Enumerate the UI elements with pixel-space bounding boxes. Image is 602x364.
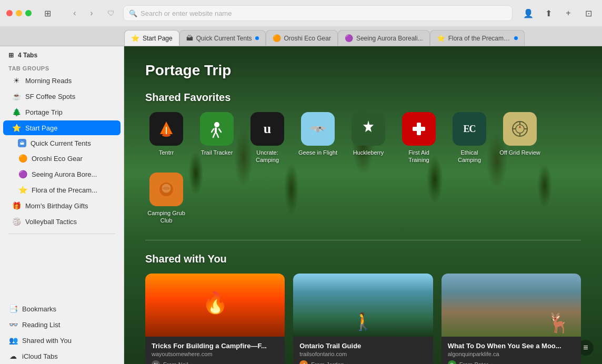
- shared-favorites-title: Shared Favorites: [145, 92, 581, 104]
- tab-start-page[interactable]: ⭐ Start Page: [124, 30, 179, 46]
- svg-point-3: [214, 122, 219, 127]
- svg-rect-28: [162, 193, 170, 195]
- favorite-first-aid[interactable]: First Aid Training: [398, 112, 440, 164]
- sidebar-toggle-button[interactable]: ⊞: [40, 6, 55, 21]
- card-body: Ontario Trail Guide trailsofontario.com …: [293, 337, 433, 364]
- user-icon[interactable]: 👤: [521, 6, 536, 21]
- peter-avatar: P: [448, 360, 456, 364]
- start-page-icon: ⭐: [12, 123, 21, 133]
- birthday-gifts-icon: 🎁: [12, 201, 21, 210]
- traffic-lights: [6, 10, 32, 16]
- flora-icon: ⭐: [18, 185, 27, 195]
- sidebar-item-reading-list[interactable]: 👓 Reading List: [0, 317, 124, 332]
- sidebar-item-morning-reads[interactable]: ☀ Morning Reads: [3, 73, 121, 88]
- favorite-geese[interactable]: Geese in Flight: [297, 112, 339, 164]
- bookmarks-label: Bookmarks: [22, 305, 56, 313]
- tab-label: Flora of the Precambi...: [448, 35, 511, 42]
- forward-button[interactable]: ›: [84, 6, 99, 21]
- geese-label: Geese in Flight: [298, 149, 337, 156]
- sidebar-item-quick-tents[interactable]: 🏔 Quick Current Tents: [3, 136, 121, 150]
- card-title: Tricks For Building a Campfire—F...: [152, 342, 278, 350]
- card-campfire[interactable]: Tricks For Building a Campfire—F... wayo…: [145, 274, 285, 364]
- tab-label: Seeing Aurora Boreali...: [356, 35, 423, 42]
- sidebar-item-flora[interactable]: ⭐ Flora of the Precam...: [3, 183, 121, 197]
- card-from: N From Neil ›: [152, 360, 278, 364]
- morning-reads-icon: ☀: [12, 76, 21, 85]
- tab-label: Quick Current Tents: [196, 35, 252, 42]
- sidebar-item-shared-with-you[interactable]: 👥 Shared with You: [0, 332, 124, 348]
- aurora-tab-icon: 🟣: [345, 34, 353, 42]
- sidebar-item-aurora[interactable]: 🟣 Seeing Aurora Bore...: [3, 167, 121, 181]
- tab-flora[interactable]: ⭐ Flora of the Precambi...: [430, 30, 525, 46]
- close-button[interactable]: [6, 10, 13, 16]
- tab-quick-current-tents[interactable]: 🏔 Quick Current Tents: [179, 30, 266, 46]
- card-url: wayoutsomewhere.com: [152, 351, 278, 357]
- sidebar-item-volleyball[interactable]: 🏐 Volleyball Tactics: [3, 214, 121, 229]
- svg-line-6: [219, 129, 221, 132]
- shield-icon: 🛡: [107, 9, 115, 17]
- card-trail[interactable]: Ontario Trail Guide trailsofontario.com …: [293, 274, 433, 364]
- svg-rect-4: [215, 127, 217, 134]
- toolbar-icons: 👤 ⬆ + ⊡: [521, 6, 596, 21]
- card-moose[interactable]: What To Do When You See a Moo... algonqu…: [442, 274, 581, 364]
- tab-aurora[interactable]: 🟣 Seeing Aurora Boreali...: [338, 30, 430, 46]
- favorite-camping-grub[interactable]: Camping Grub Club: [145, 173, 187, 225]
- minimize-button[interactable]: [16, 10, 22, 16]
- campfire-image: [145, 274, 285, 337]
- quick-tents-icon: 🏔: [18, 139, 26, 147]
- sidebar-item-start-page[interactable]: ⭐ Start Page: [3, 120, 121, 135]
- tabs-icon: ⊞: [8, 52, 14, 59]
- sf-coffee-icon: ☕: [12, 92, 21, 101]
- sidebar-item-sf-coffee[interactable]: ☕ SF Coffee Spots: [3, 89, 121, 104]
- tab-label: Start Page: [143, 35, 173, 42]
- tab-dot: [514, 36, 518, 40]
- favorite-uncrate[interactable]: u Uncrate: Camping: [246, 112, 288, 164]
- new-tab-button[interactable]: +: [561, 6, 576, 21]
- favorite-huckleberry[interactable]: Huckleberry: [347, 112, 389, 164]
- sidebar-item-label: Mom's Birthday Gifts: [25, 202, 88, 210]
- sidebar-item-label: SF Coffee Spots: [25, 93, 75, 100]
- tab-label: Oroshi Eco Gear: [284, 35, 331, 42]
- card-from: P From Peter ›: [448, 360, 575, 364]
- first-aid-icon: [402, 112, 436, 146]
- offgrid-icon: [503, 112, 537, 146]
- sidebar-item-icloud-tabs[interactable]: ☁ iCloud Tabs: [0, 348, 124, 364]
- back-button[interactable]: ‹: [67, 6, 82, 21]
- sidebar-item-birthday-gifts[interactable]: 🎁 Mom's Birthday Gifts: [3, 198, 121, 213]
- from-neil-label: From Neil: [163, 361, 188, 364]
- search-icon: 🔍: [129, 9, 137, 17]
- card-body: What To Do When You See a Moo... algonqu…: [442, 337, 581, 364]
- sidebar-item-bookmarks[interactable]: 📑 Bookmarks: [0, 301, 124, 317]
- content-area: Portage Trip Shared Favorites Tentrr: [124, 46, 602, 364]
- content-scroll: Portage Trip Shared Favorites Tentrr: [124, 46, 602, 364]
- portage-trip-icon: 🌲: [12, 107, 21, 117]
- main-layout: ⊞ 4 Tabs Tab Groups ☀ Morning Reads ☕ SF…: [0, 46, 602, 364]
- uncrate-label: Uncrate: Camping: [246, 149, 288, 164]
- favorite-ec[interactable]: EC Ethical Camping: [448, 112, 490, 164]
- chevron-right-icon: ›: [347, 361, 349, 364]
- fullscreen-button[interactable]: [25, 10, 32, 16]
- svg-line-8: [217, 134, 218, 137]
- card-title: What To Do When You See a Moo...: [448, 342, 575, 350]
- favorite-offgrid[interactable]: Off Grid Review: [499, 112, 541, 164]
- sidebar-item-oroshi[interactable]: 🟠 Oroshi Eco Gear: [3, 151, 121, 166]
- tab-overview-button[interactable]: ⊡: [581, 6, 596, 21]
- trail-tracker-label: Trail Tracker: [201, 149, 233, 156]
- tab-groups-label: Tab Groups: [0, 62, 124, 73]
- share-button[interactable]: ⬆: [541, 6, 556, 21]
- favorite-trail-tracker[interactable]: Trail Tracker: [196, 112, 238, 164]
- chevron-right-icon: ›: [192, 361, 194, 364]
- sidebar: ⊞ 4 Tabs Tab Groups ☀ Morning Reads ☕ SF…: [0, 46, 124, 364]
- nav-buttons: ‹ ›: [67, 6, 99, 21]
- page-title: Portage Trip: [145, 62, 581, 79]
- shared-label: Shared with You: [22, 337, 72, 345]
- address-bar[interactable]: 🔍 Search or enter website name: [123, 5, 513, 21]
- tab-oroshi-eco[interactable]: 🟠 Oroshi Eco Gear: [266, 30, 338, 46]
- svg-marker-15: [363, 120, 374, 132]
- favorite-tentrr[interactable]: Tentrr: [145, 112, 187, 164]
- icloud-label: iCloud Tabs: [22, 352, 58, 360]
- oroshi-tab-icon: 🟠: [273, 34, 281, 42]
- favorites-grid: Tentrr Trail Tracker: [145, 112, 581, 224]
- icloud-icon: ☁: [8, 351, 18, 361]
- sidebar-item-portage-trip[interactable]: 🌲 Portage Trip: [3, 105, 121, 119]
